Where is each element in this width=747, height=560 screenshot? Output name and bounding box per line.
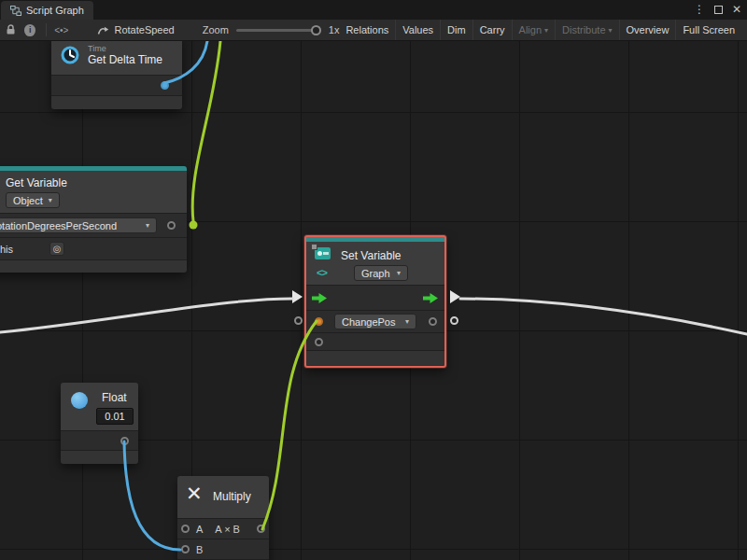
caret-down-icon: ▾ bbox=[397, 269, 401, 277]
node-set-variable[interactable]: <> Set Variable Graph ▾ ChangePos bbox=[304, 235, 446, 368]
input-b-port[interactable] bbox=[181, 545, 190, 553]
float-header: Float 0.01 bbox=[61, 383, 138, 430]
variable-target-row: his ◎ bbox=[0, 237, 187, 259]
float-port-row bbox=[61, 430, 138, 450]
delta-time-port-row bbox=[51, 75, 182, 95]
get-variable-header: Get Variable Object ▾ bbox=[0, 171, 187, 213]
caret-down-icon: ▾ bbox=[49, 196, 52, 204]
code-view-icon[interactable]: <•> bbox=[54, 25, 68, 35]
relations-label: Relations bbox=[345, 24, 388, 35]
delta-time-titles: Time Get Delta Time bbox=[88, 44, 162, 66]
variable-name-label: otationDegreesPerSecond bbox=[0, 220, 117, 231]
variable-kind-label: Graph bbox=[361, 268, 390, 279]
overview-label: Overview bbox=[627, 24, 669, 35]
get-variable-footer bbox=[0, 259, 187, 273]
lock-icon[interactable] bbox=[6, 24, 16, 35]
caret-down-icon: ▾ bbox=[146, 221, 149, 230]
distribute-button[interactable]: Distribute▾ bbox=[555, 20, 618, 40]
variable-name-dropdown[interactable]: ChangePos ▾ bbox=[334, 314, 416, 329]
input-a-label: A bbox=[196, 524, 203, 535]
multiply-row-b: B bbox=[177, 539, 269, 559]
graph-name-label: RotateSpeed bbox=[114, 24, 174, 35]
node-title: Get Variable bbox=[6, 176, 179, 189]
flow-port-row bbox=[306, 285, 444, 310]
delta-time-footer bbox=[51, 95, 182, 109]
menu-icon[interactable]: ⋮ bbox=[694, 3, 705, 16]
result-port[interactable] bbox=[257, 525, 265, 533]
input-a-port[interactable] bbox=[181, 525, 190, 533]
extra-port-row bbox=[306, 332, 444, 350]
variable-kind-label: Object bbox=[13, 195, 43, 206]
dim-button[interactable]: Dim bbox=[440, 20, 472, 40]
multiply-header: ✕ Multiply bbox=[177, 476, 269, 518]
set-variable-footer bbox=[306, 350, 444, 365]
carry-button[interactable]: Carry bbox=[472, 20, 512, 40]
maximize-icon[interactable] bbox=[714, 6, 723, 14]
target-label: his bbox=[0, 244, 13, 255]
node-get-variable[interactable]: Get Variable Object ▾ otationDegreesPerS… bbox=[0, 166, 187, 273]
flow-out-arrow-icon[interactable] bbox=[423, 292, 439, 304]
wire-green-top[interactable] bbox=[192, 41, 220, 221]
output-label: A × B bbox=[215, 524, 240, 535]
set-variable-header: <> Set Variable Graph ▾ bbox=[306, 242, 444, 285]
delta-value-port[interactable] bbox=[161, 81, 169, 90]
getvar-output-port[interactable] bbox=[190, 221, 198, 230]
info-icon[interactable]: i bbox=[24, 24, 35, 36]
float-value-field[interactable]: 0.01 bbox=[96, 408, 134, 425]
object-picker-icon[interactable]: ◎ bbox=[49, 242, 64, 256]
node-category: Time bbox=[88, 44, 162, 53]
fullscreen-button[interactable]: Full Screen bbox=[675, 20, 741, 40]
variable-name-row: otationDegreesPerSecond ▾ bbox=[0, 213, 187, 237]
script-graph-icon bbox=[97, 24, 109, 35]
graph-breadcrumb[interactable]: RotateSpeed bbox=[97, 24, 174, 35]
caret-down-icon: ▾ bbox=[405, 317, 409, 326]
multiply-icon: ✕ bbox=[186, 483, 203, 505]
variable-name-dropdown[interactable]: otationDegreesPerSecond ▾ bbox=[0, 217, 157, 233]
multiply-row-a: A A × B bbox=[177, 518, 269, 539]
value-output-port[interactable] bbox=[429, 317, 437, 326]
graph-toolbar: i <•> RotateSpeed Zoom 1x Relations Valu… bbox=[0, 20, 747, 41]
graph-canvas[interactable]: Time Get Delta Time Get Variable Object … bbox=[0, 41, 747, 560]
values-button[interactable]: Values bbox=[395, 20, 440, 40]
flow-input-port[interactable] bbox=[292, 290, 303, 303]
flow-output-port[interactable] bbox=[450, 290, 460, 303]
node-float[interactable]: Float 0.01 bbox=[61, 383, 138, 464]
align-button[interactable]: Align▾ bbox=[512, 20, 555, 40]
output-port-ring[interactable] bbox=[450, 316, 458, 325]
variable-kind-dropdown[interactable]: Object ▾ bbox=[6, 192, 60, 208]
node-get-delta-time[interactable]: Time Get Delta Time bbox=[51, 41, 182, 109]
zoom-slider[interactable] bbox=[236, 29, 321, 32]
node-title: Set Variable bbox=[341, 249, 401, 262]
variable-name-row: ChangePos ▾ bbox=[306, 310, 444, 332]
flow-in-arrow-icon[interactable] bbox=[312, 292, 328, 304]
float-icon bbox=[71, 392, 88, 409]
input-port-ring[interactable] bbox=[294, 316, 303, 325]
window-tab-bar: Script Graph ⋮ ✕ bbox=[0, 0, 747, 20]
wire-flow-out[interactable] bbox=[460, 299, 747, 334]
variable-kind-dropdown[interactable]: Graph ▾ bbox=[354, 265, 408, 281]
wire-flow-in[interactable] bbox=[0, 299, 292, 332]
float-value-port[interactable] bbox=[120, 437, 129, 445]
relations-button[interactable]: Relations bbox=[339, 20, 395, 40]
close-icon[interactable]: ✕ bbox=[732, 3, 741, 16]
node-title: Float bbox=[102, 391, 127, 404]
overview-button[interactable]: Overview bbox=[619, 20, 676, 40]
caret-down-icon: ▾ bbox=[544, 26, 548, 35]
value-input-port[interactable] bbox=[315, 317, 323, 326]
zoom-slider-handle[interactable] bbox=[311, 25, 321, 35]
tab-script-graph[interactable]: Script Graph bbox=[1, 1, 93, 20]
node-multiply[interactable]: ✕ Multiply A A × B B bbox=[177, 476, 269, 560]
dim-label: Dim bbox=[447, 24, 466, 35]
fallback-port[interactable] bbox=[315, 338, 323, 346]
unity-graph-window: Script Graph ⋮ ✕ i <•> RotateSpeed Zoom bbox=[0, 0, 747, 560]
window-controls: ⋮ ✕ bbox=[694, 3, 741, 16]
object-cube-icon bbox=[311, 244, 317, 250]
input-b-label: B bbox=[196, 544, 203, 555]
variable-name-label: ChangePos bbox=[342, 316, 396, 328]
graph-tab-icon bbox=[10, 6, 21, 16]
zoom-value: 1x bbox=[329, 24, 340, 35]
delta-time-header: Time Get Delta Time bbox=[51, 41, 182, 75]
graph-code-icon: <> bbox=[317, 267, 327, 278]
fullscreen-label: Full Screen bbox=[683, 24, 735, 35]
variable-value-port[interactable] bbox=[167, 221, 176, 230]
